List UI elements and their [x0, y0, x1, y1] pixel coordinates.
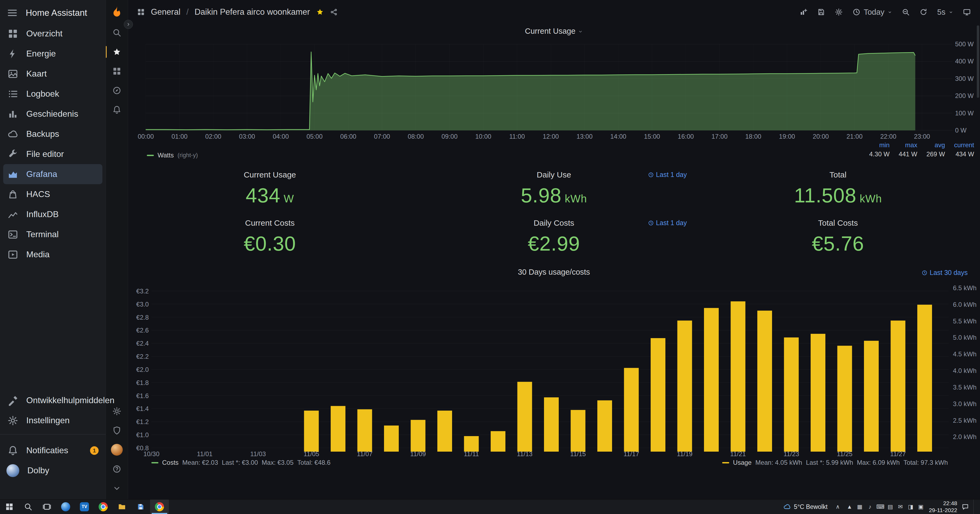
sidebar-item-energie[interactable]: Energie	[0, 44, 106, 64]
show-desktop-button[interactable]	[973, 500, 976, 514]
x-tick-time: 18:00	[745, 133, 761, 140]
sidebar-item-overzicht[interactable]: Overzicht	[0, 24, 106, 44]
stat-header-avg: avg	[935, 141, 945, 149]
compass-icon	[112, 86, 121, 95]
x-tick-time: 15:00	[644, 133, 660, 140]
add-panel-icon[interactable]	[799, 8, 807, 16]
taskbar-app-chrome-active[interactable]	[150, 500, 169, 514]
sidebar-item-label: InfluxDB	[26, 209, 59, 219]
monthly-usage-plot[interactable]	[151, 288, 949, 452]
nav-item-alerting[interactable]	[106, 100, 128, 119]
taskbar-app-chrome[interactable]	[94, 500, 113, 514]
nav-item-server-admin[interactable]	[106, 421, 128, 440]
task-view-button[interactable]	[38, 500, 56, 514]
usage-bar	[411, 420, 426, 452]
refresh-interval-picker[interactable]: 5s	[937, 8, 953, 17]
favorite-star-icon[interactable]	[316, 8, 324, 16]
stat-panel-title: Total Costs	[696, 219, 980, 228]
kiosk-mode-icon[interactable]	[963, 8, 971, 16]
stat-panel-value: €5.76	[696, 232, 980, 255]
sidebar-item-terminal[interactable]: Terminal	[0, 224, 106, 244]
x-tick-date: 11/09	[410, 450, 426, 458]
tray-icon-7[interactable]: ▣	[917, 504, 924, 510]
x-tick-date: 11/11	[464, 450, 479, 458]
time-range-override[interactable]: Last 1 day	[648, 171, 687, 179]
x-tick-time: 04:00	[273, 133, 289, 140]
taskbar-clock[interactable]: 22:48 29-11-2022	[929, 500, 957, 514]
nav-item-help[interactable]	[106, 459, 128, 479]
tray-icon-1[interactable]: ▦	[856, 504, 864, 510]
tray-icon-6[interactable]: ◨	[907, 504, 914, 510]
tray-icon-4[interactable]: ▤	[886, 504, 894, 510]
windows-icon	[5, 503, 14, 511]
share-icon[interactable]	[330, 8, 338, 16]
tray-icon-0[interactable]: ▲	[846, 504, 853, 510]
breadcrumb-page[interactable]: Daikin Pefera airco woonkamer	[194, 7, 310, 17]
clock-time: 22:48	[943, 500, 957, 506]
sidebar-item-logboek[interactable]: Logboek	[0, 84, 106, 104]
current-usage-plot[interactable]	[146, 43, 952, 132]
weather-widget[interactable]: 5°C Bewolkt	[783, 503, 830, 511]
breadcrumb-section[interactable]: General	[151, 7, 180, 17]
stat-header-min: min	[879, 141, 890, 149]
apps-grid-icon[interactable]	[137, 8, 145, 16]
sidebar-item-grafana[interactable]: Grafana	[3, 164, 102, 184]
legend-usage[interactable]: UsageMean: 4.05 kWhLast *: 5.99 kWhMax: …	[722, 459, 948, 466]
taskbar-app-app-blue[interactable]	[56, 500, 75, 514]
nav-item-starred-dashboards[interactable]	[106, 42, 128, 62]
save-dashboard-icon[interactable]	[817, 8, 825, 16]
chart-legend[interactable]: Watts (right-y)	[147, 152, 198, 159]
time-range-picker[interactable]: Today	[853, 8, 892, 17]
sidebar-item-backups[interactable]: Backups	[0, 124, 106, 144]
grafana-logo[interactable]	[106, 0, 128, 23]
sidebar-item-influxdb[interactable]: InfluxDB	[0, 204, 106, 224]
action-center-icon[interactable]	[961, 503, 969, 511]
sidebar-item-kaart[interactable]: Kaart	[0, 64, 106, 84]
x-tick-time: 20:00	[813, 133, 829, 140]
x-tick-date: 11/01	[197, 450, 213, 458]
nav-item-dashboards[interactable]	[106, 62, 128, 81]
legend-costs[interactable]: CostsMean: €2.03Last *: €3.00Max: €3.05T…	[151, 459, 331, 466]
ha-sidebar-footer: OntwikkelhulpmiddelenInstellingen Notifi…	[0, 390, 106, 481]
sidebar-item-file-editor[interactable]: File editor	[0, 144, 106, 164]
dashboard-settings-icon[interactable]	[835, 8, 843, 16]
zoom-out-icon[interactable]	[902, 8, 910, 16]
menu-toggle-icon[interactable]	[7, 8, 18, 18]
panel-title-current-usage[interactable]: Current Usage	[128, 27, 980, 36]
nav-item-collapse[interactable]	[106, 479, 128, 498]
sidebar-item-hacs[interactable]: HACS	[0, 184, 106, 204]
nav-item-profile[interactable]	[106, 440, 128, 459]
start-button[interactable]	[0, 500, 19, 514]
nav-item-explore[interactable]	[106, 81, 128, 100]
legend-stat: Total: 97.3 kWh	[904, 459, 948, 466]
panel-title-30days[interactable]: 30 Days usage/costs	[128, 268, 980, 276]
sidebar-item-media[interactable]: Media	[0, 244, 106, 265]
teamviewer-icon: TV	[80, 502, 89, 511]
sidebar-item-instellingen[interactable]: Instellingen	[0, 410, 106, 430]
taskbar-app-folder[interactable]	[113, 500, 131, 514]
sidebar-expand-button[interactable]	[124, 20, 133, 29]
stat-panel-current-costs: Current Costs€0.30	[128, 219, 412, 255]
legend-stat: Total: €48.6	[297, 459, 331, 466]
x-tick-date: 11/23	[784, 450, 799, 458]
x-tick-time: 21:00	[846, 133, 862, 140]
clock-icon	[853, 8, 861, 16]
tray-icon-5[interactable]: ✉	[897, 504, 904, 510]
floppy-icon	[137, 503, 145, 511]
tray-icon-2[interactable]: ♪	[866, 504, 873, 510]
sidebar-item-ontwikkelhulpmiddelen[interactable]: Ontwikkelhulpmiddelen	[0, 390, 106, 410]
taskbar-app-floppy[interactable]	[131, 500, 150, 514]
sidebar-item-notifications[interactable]: Notificaties 1	[0, 440, 106, 460]
tray-expand-icon[interactable]: ∧	[834, 504, 842, 510]
tray-icon-3[interactable]: ⌨	[876, 504, 884, 510]
sidebar-item-geschiedenis[interactable]: Geschiedenis	[0, 104, 106, 124]
time-range-override[interactable]: Last 1 day	[648, 219, 687, 227]
taskbar-app-teamviewer[interactable]: TV	[75, 500, 94, 514]
range-link-label: Last 1 day	[656, 171, 687, 179]
time-range-override-30days[interactable]: Last 30 days	[921, 269, 968, 276]
sidebar-item-user[interactable]: Dolby	[0, 460, 106, 481]
scrollbar-thumb[interactable]	[977, 25, 979, 98]
taskbar-search-button[interactable]	[19, 500, 38, 514]
refresh-icon[interactable]	[920, 8, 928, 16]
legend-series-name: Costs	[162, 459, 178, 466]
